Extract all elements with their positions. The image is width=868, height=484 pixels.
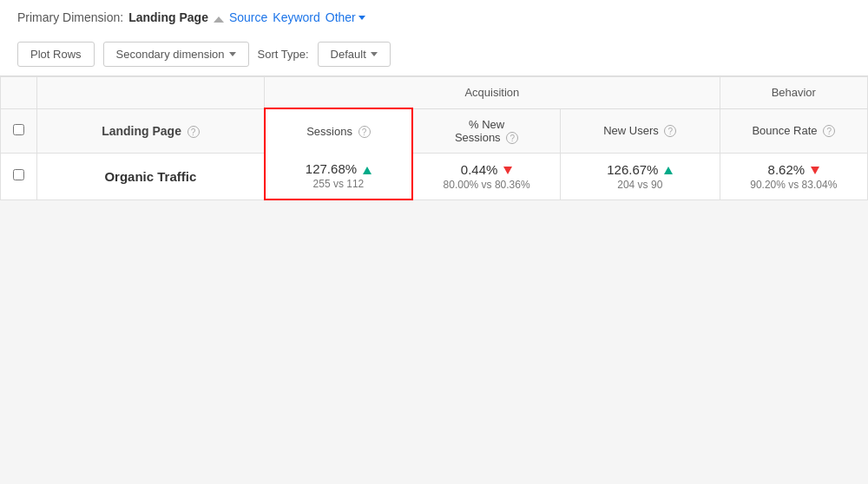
bounce-rate-label: Bounce Rate [752,124,817,137]
row-checkbox-cell[interactable] [1,153,37,199]
checkbox-col-header[interactable] [1,108,37,153]
bounce-rate-value-cell: 8.62% 90.20% vs 83.04% [720,153,867,199]
sessions-col-header: Sessions ? [265,108,412,153]
new-users-info-icon: ? [664,125,676,137]
sessions-trend-up-icon [363,167,372,174]
new-users-metric: 126.67% [573,162,707,177]
caret-indicator [214,16,224,23]
bounce-rate-value: 8.62% [768,162,806,177]
landing-page-caret-container [214,13,224,22]
dim-landing-page[interactable]: Landing Page [128,10,208,24]
sort-default-label: Default [331,48,366,61]
sort-default-button[interactable]: Default [318,42,391,67]
new-sessions-sub: 80.00% vs 80.36% [425,179,548,191]
plot-rows-label: Plot Rows [30,48,82,61]
sort-chevron-icon [371,52,378,56]
sort-type-label: Sort Type: [258,48,309,61]
dim-other-label: Other [326,10,356,24]
secondary-dim-chevron-icon [229,52,236,56]
bounce-rate-metric: 8.62% [733,162,855,177]
table-row: Organic Traffic 127.68% 255 vs 112 0.44%… [1,153,868,199]
new-users-trend-up-icon [664,167,673,174]
landing-page-header-label: Landing Page [102,124,181,138]
new-sessions-col-header: % NewSessions ? [412,108,560,153]
dim-keyword[interactable]: Keyword [273,10,319,24]
new-sessions-metric: 0.44% [425,162,548,177]
secondary-dimension-label: Secondary dimension [116,48,225,61]
chevron-down-icon [358,16,365,20]
new-users-value: 126.67% [607,162,658,177]
sessions-value: 127.68% [306,161,357,176]
toolbar-row: Plot Rows Secondary dimension Sort Type:… [17,33,851,75]
bounce-rate-trend-down-icon [811,167,819,174]
sessions-value-cell: 127.68% 255 vs 112 [265,153,412,199]
new-users-col-header: New Users ? [561,108,720,153]
plot-rows-button[interactable]: Plot Rows [17,42,95,67]
dim-source[interactable]: Source [229,10,267,24]
sessions-metric: 127.68% [278,161,399,176]
new-sessions-label: % NewSessions [455,118,504,144]
acquisition-group-header: Acquisition [265,77,720,109]
new-users-sub: 204 vs 90 [573,179,707,191]
checkbox-header-cell [1,77,37,109]
primary-dimension-row: Primary Dimension: Landing Page Source K… [17,10,851,24]
new-users-label: New Users [603,124,659,137]
new-sessions-info-icon: ? [506,132,518,144]
bounce-rate-info-icon: ? [823,125,835,137]
sessions-info-icon: ? [358,126,371,138]
select-all-checkbox[interactable] [13,124,24,135]
landing-page-group-empty [37,77,265,109]
row-checkbox[interactable] [13,169,24,180]
bounce-rate-col-header: Bounce Rate ? [720,108,867,153]
table-container: Acquisition Behavior Landing Page ? Sess… [0,76,868,200]
primary-label: Primary Dimension: [17,10,123,24]
sessions-label: Sessions [306,125,352,138]
behavior-group-header: Behavior [720,77,867,109]
new-sessions-value-cell: 0.44% 80.00% vs 80.36% [412,153,560,199]
new-users-value-cell: 126.67% 204 vs 90 [561,153,720,199]
landing-page-info-icon: ? [187,126,200,138]
organic-traffic-label: Organic Traffic [104,169,196,184]
organic-traffic-cell: Organic Traffic [37,153,265,199]
new-sessions-trend-down-icon [503,167,512,174]
bounce-rate-sub: 90.20% vs 83.04% [733,179,855,191]
landing-page-col-header: Landing Page ? [37,108,265,153]
secondary-dimension-button[interactable]: Secondary dimension [103,42,249,67]
top-bar: Primary Dimension: Landing Page Source K… [0,0,868,76]
dim-other-btn[interactable]: Other [326,10,365,24]
sessions-sub: 255 vs 112 [278,178,399,190]
new-sessions-value: 0.44% [461,162,498,177]
